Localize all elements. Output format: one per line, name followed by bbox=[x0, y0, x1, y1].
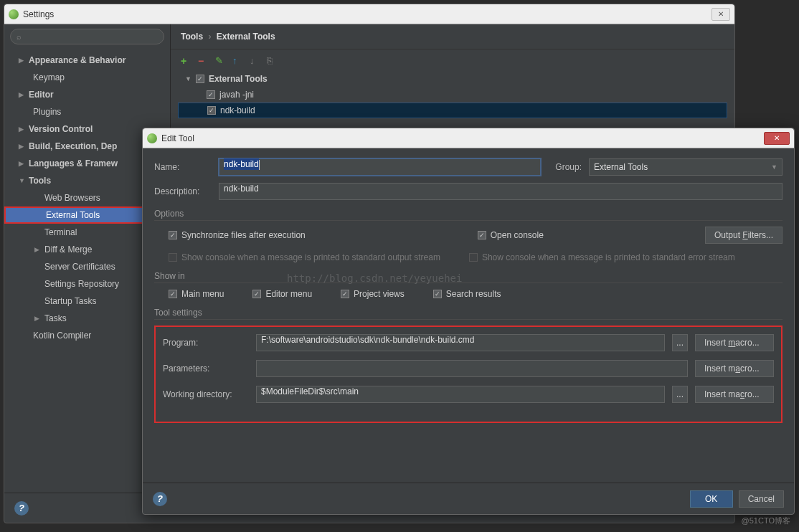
tool-item-javah[interactable]: ✓ javah -jni bbox=[178, 87, 727, 103]
settings-title: Settings bbox=[23, 9, 711, 19]
search-icon: ⌕ bbox=[16, 32, 22, 41]
tool-settings-section: Tool settings bbox=[154, 308, 783, 320]
search-results-checkbox[interactable]: ✓Search results bbox=[433, 289, 501, 299]
output-filters-button[interactable]: Output Filters... bbox=[705, 227, 783, 244]
checkbox-icon[interactable]: ✓ bbox=[207, 106, 216, 115]
tree-keymap[interactable]: Keymap bbox=[4, 69, 170, 86]
program-browse-button[interactable]: ... bbox=[672, 334, 688, 351]
remove-icon[interactable]: − bbox=[198, 55, 208, 65]
close-icon[interactable]: ✕ bbox=[711, 8, 730, 21]
watermark-corner: @51CTO博客 bbox=[742, 516, 790, 526]
show-stdout-checkbox[interactable]: Show console when a message is printed t… bbox=[169, 252, 440, 262]
program-label: Program: bbox=[163, 338, 249, 348]
move-down-icon[interactable]: ↓ bbox=[250, 55, 260, 65]
tree-appearance[interactable]: ▶Appearance & Behavior bbox=[4, 52, 170, 69]
breadcrumb: Tools › External Tools bbox=[171, 24, 734, 49]
copy-icon[interactable]: ⎘ bbox=[267, 55, 277, 65]
tool-settings-highlight: Program: F:\software\androidstudio\sdk\n… bbox=[154, 326, 783, 423]
name-input[interactable]: ndk-build bbox=[219, 158, 541, 176]
settings-titlebar: Settings ✕ bbox=[4, 4, 734, 24]
parameters-macro-button[interactable]: Insert macro... bbox=[695, 360, 774, 377]
working-dir-input[interactable]: $ModuleFileDir$\src\main bbox=[256, 386, 665, 403]
breadcrumb-root[interactable]: Tools bbox=[181, 32, 203, 42]
group-label: Group: bbox=[555, 162, 582, 172]
parameters-input[interactable] bbox=[256, 360, 688, 377]
cancel-button[interactable]: Cancel bbox=[739, 490, 784, 508]
help-icon[interactable]: ? bbox=[14, 501, 29, 516]
open-console-checkbox[interactable]: ✓Open console bbox=[478, 230, 544, 240]
tree-plugins[interactable]: Plugins bbox=[4, 103, 170, 120]
close-icon[interactable]: ✕ bbox=[764, 132, 790, 145]
working-dir-browse-button[interactable]: ... bbox=[672, 386, 688, 403]
working-dir-macro-button[interactable]: Insert macro... bbox=[695, 386, 774, 403]
program-macro-button[interactable]: Insert macro... bbox=[695, 334, 774, 351]
program-input[interactable]: F:\software\androidstudio\sdk\ndk-bundle… bbox=[256, 334, 665, 351]
checkbox-icon[interactable]: ✓ bbox=[207, 90, 215, 99]
showin-section: Show in bbox=[154, 271, 783, 283]
external-tools-toolbar: + − ✎ ↑ ↓ ⎘ bbox=[171, 49, 734, 71]
collapse-icon[interactable]: ▼ bbox=[185, 75, 192, 82]
working-dir-label: Working directory: bbox=[163, 389, 249, 399]
app-icon bbox=[9, 9, 19, 19]
edit-tool-dialog: Edit Tool ✕ Name: ndk-build Group: Exter… bbox=[142, 128, 795, 515]
move-up-icon[interactable]: ↑ bbox=[232, 55, 242, 65]
help-icon[interactable]: ? bbox=[153, 492, 167, 506]
description-label: Description: bbox=[154, 186, 219, 196]
ok-button[interactable]: OK bbox=[690, 490, 733, 508]
options-section: Options bbox=[154, 209, 783, 221]
app-icon bbox=[147, 133, 157, 143]
dialog-footer: ? OK Cancel bbox=[143, 483, 794, 514]
dialog-title: Edit Tool bbox=[161, 133, 764, 143]
chevron-down-icon: ▼ bbox=[771, 163, 777, 171]
editor-menu-checkbox[interactable]: ✓Editor menu bbox=[252, 289, 312, 299]
name-label: Name: bbox=[154, 162, 219, 172]
external-tools-list: ▼ ✓ External Tools ✓ javah -jni ✓ ndk-bu… bbox=[171, 71, 734, 118]
sync-checkbox[interactable]: ✓Synchronize files after execution bbox=[169, 230, 306, 240]
description-input[interactable]: ndk-build bbox=[219, 183, 783, 200]
project-views-checkbox[interactable]: ✓Project views bbox=[341, 289, 405, 299]
add-icon[interactable]: + bbox=[181, 55, 191, 65]
dialog-titlebar: Edit Tool ✕ bbox=[143, 128, 794, 148]
breadcrumb-leaf: External Tools bbox=[217, 32, 275, 42]
tool-item-ndk-build[interactable]: ✓ ndk-build bbox=[178, 103, 727, 118]
show-stderr-checkbox[interactable]: Show console when a message is printed t… bbox=[469, 252, 735, 262]
group-combo[interactable]: External Tools▼ bbox=[589, 158, 783, 176]
search-input[interactable]: ⌕ bbox=[10, 29, 164, 44]
checkbox-icon[interactable]: ✓ bbox=[196, 75, 204, 83]
main-menu-checkbox[interactable]: ✓Main menu bbox=[169, 289, 224, 299]
tree-editor[interactable]: ▶Editor bbox=[4, 86, 170, 103]
edit-icon[interactable]: ✎ bbox=[215, 55, 225, 65]
tool-group-row[interactable]: ▼ ✓ External Tools bbox=[178, 71, 727, 87]
parameters-label: Parameters: bbox=[163, 364, 249, 374]
chevron-right-icon: › bbox=[208, 32, 211, 42]
